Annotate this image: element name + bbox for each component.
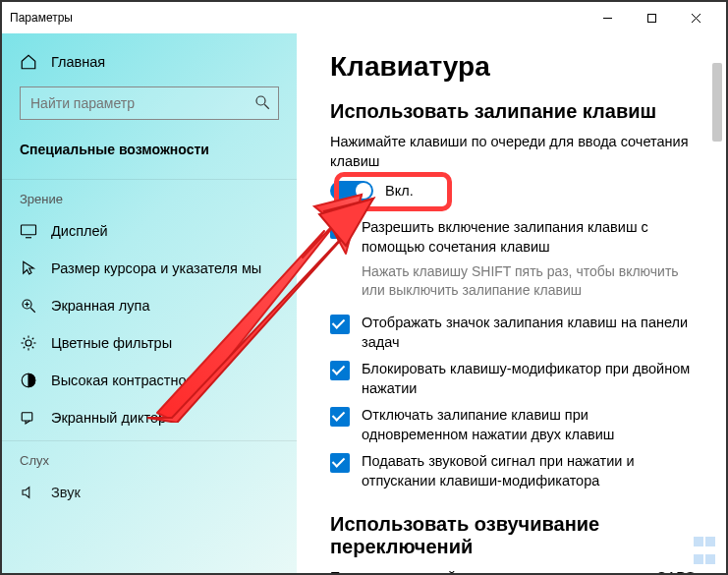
color-filters-icon xyxy=(20,334,37,352)
home-icon xyxy=(20,53,37,71)
home-nav[interactable]: Главная xyxy=(2,43,297,81)
sticky-keys-hint: Нажимайте клавиши по очереди для ввода с… xyxy=(330,133,699,171)
check-label: Подавать звуковой сигнал при нажатии и о… xyxy=(362,452,699,490)
svg-rect-22 xyxy=(22,413,32,421)
nav-narrator[interactable]: Экранный диктор xyxy=(2,399,297,436)
nav-magnifier[interactable]: Экранная лупа xyxy=(2,287,297,324)
search-wrap xyxy=(20,86,279,120)
svg-line-18 xyxy=(32,347,34,349)
minimize-button[interactable] xyxy=(586,2,630,33)
nav-label: Размер курсора и указателя мы xyxy=(51,260,261,276)
check-taskbar-icon[interactable]: Отображать значок залипания клавиш на па… xyxy=(330,314,699,352)
sidebar: Главная Специальные возможности Зрение Д… xyxy=(2,33,297,573)
nav-label: Экранный диктор xyxy=(51,410,166,426)
nav-label: Экранная лупа xyxy=(51,298,149,314)
check-label: Отображать значок залипания клавиш на па… xyxy=(362,314,699,352)
check-label: Разрешить включение залипания клавиш с п… xyxy=(362,218,699,257)
settings-window: Параметры Главная Специальные возможност… xyxy=(0,0,728,575)
svg-line-19 xyxy=(24,347,26,349)
close-button[interactable] xyxy=(674,2,718,33)
sticky-keys-toggle-row: Вкл. xyxy=(330,181,699,201)
page-title: Клавиатура xyxy=(330,51,699,83)
nav-sound[interactable]: Звук xyxy=(2,474,297,511)
nav-cursor-size[interactable]: Размер курсора и указателя мы xyxy=(2,250,297,287)
checkbox-icon xyxy=(330,453,350,473)
maximize-button[interactable] xyxy=(630,2,674,33)
nav-label: Высокая контрастность xyxy=(51,373,207,388)
group-vision: Зрение xyxy=(2,179,297,212)
content-pane: Клавиатура Использовать залипание клавиш… xyxy=(297,33,726,573)
search-input[interactable] xyxy=(20,86,279,120)
checkbox-icon xyxy=(330,361,350,380)
check-label: Отключать залипание клавиш при одновреме… xyxy=(362,406,699,444)
svg-point-12 xyxy=(26,340,31,346)
watermark-icon xyxy=(693,534,716,569)
toggle-keys-heading: Использовать озвучивание переключений xyxy=(330,513,699,558)
group-hearing: Слух xyxy=(2,440,297,474)
check-beep-modifier[interactable]: Подавать звуковой сигнал при нажатии и о… xyxy=(330,452,699,490)
svg-point-4 xyxy=(256,96,265,105)
check-turn-off-two-keys[interactable]: Отключать залипание клавиш при одновреме… xyxy=(330,406,699,444)
nav-color-filters[interactable]: Цветные фильтры xyxy=(2,324,297,362)
check-lock-modifier[interactable]: Блокировать клавишу-модификатор при двой… xyxy=(330,360,699,398)
checkbox-icon xyxy=(330,315,350,334)
shortcut-subhint: Нажать клавишу SHIFT пять раз, чтобы вкл… xyxy=(362,262,699,300)
narrator-icon xyxy=(20,409,37,427)
search-icon xyxy=(253,93,271,115)
titlebar: Параметры xyxy=(2,2,726,33)
check-shortcut-enable[interactable]: Разрешить включение залипания клавиш с п… xyxy=(330,218,699,257)
nav-display[interactable]: Дисплей xyxy=(2,212,297,250)
cursor-icon xyxy=(20,259,37,277)
svg-rect-1 xyxy=(648,14,656,22)
contrast-icon xyxy=(20,372,37,389)
svg-rect-6 xyxy=(22,225,36,235)
nav-high-contrast[interactable]: Высокая контрастность xyxy=(2,362,297,399)
nav-label: Звук xyxy=(51,485,81,500)
toggle-keys-hint: Подавать звуковой сигнал при нажатии кла… xyxy=(330,568,699,573)
nav-label: Дисплей xyxy=(51,223,108,239)
window-title: Параметры xyxy=(10,11,73,25)
svg-line-17 xyxy=(24,338,26,340)
display-icon xyxy=(20,222,37,240)
checkbox-icon xyxy=(330,407,350,427)
check-label: Блокировать клавишу-модификатор при двой… xyxy=(362,360,699,398)
sound-icon xyxy=(20,484,37,501)
nav-label: Цветные фильтры xyxy=(51,335,172,351)
section-title: Специальные возможности xyxy=(2,134,297,175)
magnifier-icon xyxy=(20,297,37,315)
toggle-state-label: Вкл. xyxy=(385,183,414,199)
home-label: Главная xyxy=(51,54,105,70)
scroll-thumb[interactable] xyxy=(712,63,722,142)
svg-line-20 xyxy=(32,338,34,340)
checkbox-icon xyxy=(330,219,350,239)
scrollbar[interactable] xyxy=(710,33,724,573)
sticky-keys-toggle[interactable] xyxy=(330,181,373,201)
svg-line-5 xyxy=(264,104,269,109)
sticky-keys-heading: Использовать залипание клавиш xyxy=(330,100,699,123)
svg-line-9 xyxy=(30,308,35,313)
